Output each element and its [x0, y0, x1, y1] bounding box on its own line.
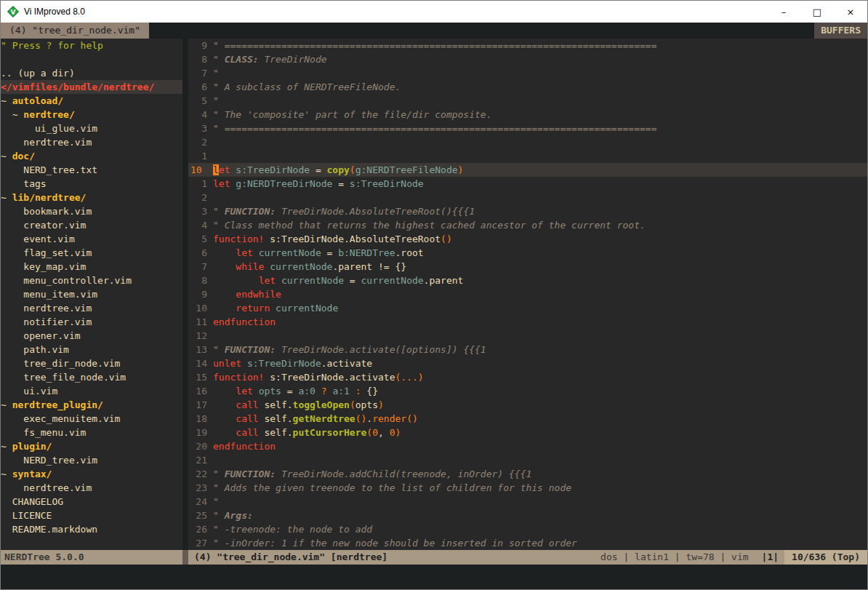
nerdtree-item[interactable]: ui.vim	[1, 384, 182, 398]
nerdtree-item[interactable]: nerdtree.vim	[1, 135, 182, 149]
editor-line[interactable]: 1let g:NERDTreeDirNode = s:TreeDirNode	[188, 177, 867, 191]
nerdtree-item[interactable]: ~ plugin/	[1, 439, 182, 453]
token-comb: CLASS:	[225, 54, 259, 65]
minimize-button[interactable]: –	[767, 1, 800, 23]
editor-line[interactable]: 8" CLASS: TreeDirNode	[188, 52, 867, 66]
line-number: 1	[188, 149, 213, 163]
nerdtree-item[interactable]: event.vim	[1, 232, 182, 246]
editor-line[interactable]: 26" -treenode: the node to add	[188, 522, 867, 536]
editor-line[interactable]: 11endfunction	[188, 315, 867, 329]
nerdtree-item[interactable]: ~ doc/	[1, 149, 182, 163]
editor-current-line[interactable]: 10let s:TreeDirNode = copy(g:NERDTreeFil…	[188, 163, 867, 177]
editor-line[interactable]: 2	[188, 135, 867, 149]
nerdtree-item[interactable]: exec_menuitem.vim	[1, 412, 182, 426]
editor-line[interactable]: 3" =====================================…	[188, 121, 867, 135]
tab-tree-dir-node[interactable]: (4) "tree_dir_node.vim"	[1, 23, 149, 39]
editor-line[interactable]: 5function! s:TreeDirNode.AbsoluteTreeRoo…	[188, 232, 867, 246]
editor-line[interactable]: 6 let currentNode = b:NERDTree.root	[188, 246, 867, 260]
nerdtree-item[interactable]: tree_file_node.vim	[1, 370, 182, 384]
editor-line[interactable]: 17 call self.toggleOpen(opts)	[188, 398, 867, 412]
nerdtree-item[interactable]: tags	[1, 177, 182, 191]
nerdtree-item[interactable]: NERD_tree.txt	[1, 163, 182, 177]
nerdtree-item[interactable]: creator.vim	[1, 218, 182, 232]
editor-line[interactable]: 23" Adds the given treenode to the list …	[188, 481, 867, 495]
nerdtree-item[interactable]: flag_set.vim	[1, 246, 182, 260]
editor-line[interactable]: 14unlet s:TreeDirNode.activate	[188, 356, 867, 370]
nerdtree-item[interactable]: LICENCE	[1, 509, 182, 522]
token-com: " Class method that returns the highest …	[213, 220, 646, 231]
nerdtree-item[interactable]: " Press ? for help	[1, 39, 182, 52]
nerdtree-item[interactable]: fs_menu.vim	[1, 426, 182, 439]
editor-line[interactable]: 18 call self.getNerdtree().render()	[188, 412, 867, 426]
editor-line[interactable]: 19 call self.putCursorHere(0, 0)	[188, 426, 867, 439]
editor-line[interactable]: 7 while currentNode.parent != {}	[188, 260, 867, 274]
editor-line[interactable]: 4" Class method that returns the highest…	[188, 218, 867, 232]
nerdtree-item[interactable]: nerdtree.vim	[1, 481, 182, 495]
maximize-button[interactable]: □	[800, 1, 834, 23]
nerdtree-item[interactable]: bookmark.vim	[1, 204, 182, 218]
nerdtree-panel[interactable]: " Press ? for help.. (up a dir)</vimfile…	[1, 39, 182, 550]
vim-icon[interactable]: V	[7, 6, 19, 17]
editor-line[interactable]: 20endfunction	[188, 439, 867, 453]
token-orange: ?	[316, 386, 332, 396]
nerdtree-item[interactable]: README.markdown	[1, 522, 182, 536]
nerdtree-item[interactable]: path.vim	[1, 343, 182, 356]
editor-line[interactable]: 6" A subclass of NERDTreeFileNode.	[188, 80, 867, 94]
nerdtree-item[interactable]: key_map.vim	[1, 260, 182, 274]
editor-line[interactable]: 5"	[188, 94, 867, 108]
editor-line[interactable]: 12	[188, 329, 867, 343]
nerdtree-item[interactable]: ~ lib/nerdtree/	[1, 191, 182, 204]
nerdtree-item[interactable]: ~ syntax/	[1, 467, 182, 481]
editor-line[interactable]: 8 let currentNode = currentNode.parent	[188, 274, 867, 287]
nerdtree-item[interactable]: .. (up a dir)	[1, 66, 182, 80]
editor-line[interactable]: 1	[188, 149, 867, 163]
token-fg: flag_set.vim	[1, 247, 92, 258]
token-dir: doc/	[12, 151, 35, 162]
token-fg: notifier.vim	[1, 316, 92, 327]
editor-line[interactable]: 24"	[188, 495, 867, 509]
editor-line[interactable]: 16 let opts = a:0 ? a:1 : {}	[188, 384, 867, 398]
editor-line[interactable]: 15function! s:TreeDirNode.activate(...)	[188, 370, 867, 384]
nerdtree-item[interactable]: ui_glue.vim	[1, 121, 182, 135]
code-text: return currentNode	[213, 301, 867, 315]
code-text	[213, 135, 867, 149]
token-green: toggleOpen	[293, 399, 350, 410]
nerdtree-item[interactable]: ~ nerdtree_plugin/	[1, 398, 182, 412]
token-red: let	[259, 275, 276, 286]
nerdtree-item[interactable]: notifier.vim	[1, 315, 182, 329]
editor-line[interactable]: 10 return currentNode	[188, 301, 867, 315]
editor-line[interactable]: 4" The 'composite' part of the file/dir …	[188, 108, 867, 121]
line-number: 2	[188, 191, 213, 204]
nerdtree-root-item[interactable]: </vimfiles/bundle/nerdtree/	[1, 80, 182, 94]
nerdtree-item[interactable]: ~ nerdtree/	[1, 108, 182, 121]
command-line[interactable]	[1, 565, 867, 589]
editor-pane[interactable]: 9" =====================================…	[188, 39, 867, 550]
editor-line[interactable]: 2	[188, 191, 867, 204]
nerdtree-item[interactable]: menu_controller.vim	[1, 274, 182, 287]
nerdtree-item[interactable]: ~ autoload/	[1, 94, 182, 108]
nerdtree-item[interactable]: tree_dir_node.vim	[1, 356, 182, 370]
line-number: 13	[188, 343, 213, 356]
editor-line[interactable]: 9 endwhile	[188, 287, 867, 301]
nerdtree-item[interactable]	[1, 52, 182, 66]
line-number: 21	[188, 453, 213, 467]
token-dir: nerdtree_plugin/	[12, 399, 103, 410]
nerdtree-item[interactable]: CHANGELOG	[1, 495, 182, 509]
line-number: 14	[188, 356, 213, 370]
editor-line[interactable]: 3" FUNCTION: TreeDirNode.AbsoluteTreeRoo…	[188, 204, 867, 218]
close-button[interactable]: ×	[834, 1, 867, 23]
editor-line[interactable]: 21	[188, 453, 867, 467]
nerdtree-item[interactable]: opener.vim	[1, 329, 182, 343]
nerdtree-item[interactable]: menu_item.vim	[1, 287, 182, 301]
editor-line[interactable]: 9" =====================================…	[188, 39, 867, 52]
nerdtree-item[interactable]: NERD_tree.vim	[1, 453, 182, 467]
editor-line[interactable]: 27" -inOrder: 1 if the new node should b…	[188, 536, 867, 550]
editor-line[interactable]: 25" Args:	[188, 509, 867, 522]
editor-line[interactable]: 7"	[188, 66, 867, 80]
token-com: " Adds the given treenode to the list of…	[213, 482, 571, 493]
code-text: " FUNCTION: TreeDirNode.AbsoluteTreeRoot…	[213, 204, 867, 218]
nerdtree-item[interactable]: nerdtree.vim	[1, 301, 182, 315]
vertical-split[interactable]	[182, 39, 188, 550]
editor-line[interactable]: 22" FUNCTION: TreeDirNode.addChild(treen…	[188, 467, 867, 481]
editor-line[interactable]: 13" FUNCTION: TreeDirNode.activate([opti…	[188, 343, 867, 356]
